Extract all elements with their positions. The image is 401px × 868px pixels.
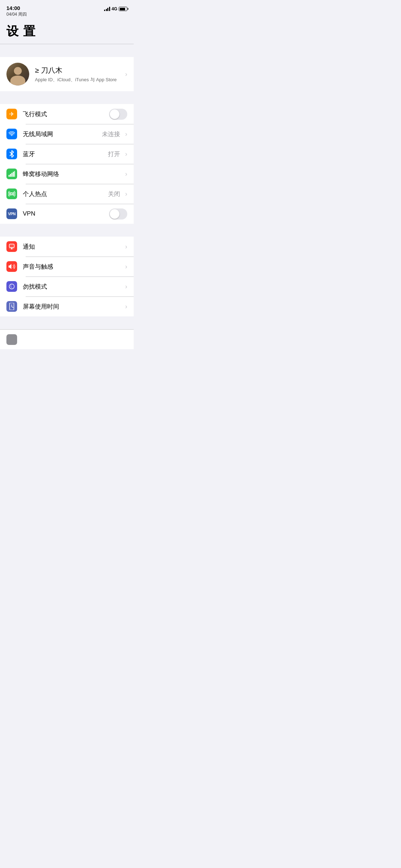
gap-3 <box>0 224 134 237</box>
cellular-icon <box>6 169 17 179</box>
dnd-chevron: › <box>122 283 127 290</box>
cellular-row[interactable]: 蜂窝移动网络 › <box>0 164 134 184</box>
svg-rect-0 <box>9 175 10 177</box>
page-title-area: 设 置 <box>0 20 134 44</box>
gap-4 <box>0 316 134 329</box>
dnd-row[interactable]: 勿扰模式 › <box>0 277 134 296</box>
bluetooth-icon <box>6 149 17 159</box>
wifi-label: 无线局域网 <box>17 130 102 138</box>
wifi-icon <box>6 129 17 139</box>
signal-icon <box>104 7 110 11</box>
status-bar: 14:00 04/04 周四 4G <box>0 0 134 20</box>
status-date: 04/04 周四 <box>6 11 27 17</box>
bluetooth-value: 打开 <box>108 150 122 158</box>
battery-icon <box>119 7 127 11</box>
status-time: 14:00 <box>6 5 27 11</box>
gap-2 <box>0 91 134 104</box>
partial-icon <box>6 334 17 345</box>
notifications-chevron: › <box>122 243 127 250</box>
airplane-toggle[interactable] <box>109 109 127 120</box>
dnd-icon <box>6 281 17 292</box>
svg-rect-3 <box>13 172 14 177</box>
bluetooth-label: 蓝牙 <box>17 150 108 158</box>
avatar <box>6 63 29 86</box>
wifi-chevron: › <box>122 130 127 138</box>
hotspot-chevron: › <box>122 190 127 198</box>
wifi-row[interactable]: 无线局域网 未连接 › <box>0 124 134 144</box>
sounds-chevron: › <box>122 263 127 270</box>
notifications-row[interactable]: 通知 › <box>0 237 134 257</box>
airplane-icon: ✈ <box>6 109 17 119</box>
profile-subtitle: Apple ID、iCloud、iTunes 与 App Store <box>35 77 122 83</box>
screentime-row[interactable]: 屏幕使用时间 › <box>0 296 134 316</box>
hotspot-value: 关闭 <box>108 190 122 198</box>
wifi-value: 未连接 <box>102 130 122 138</box>
screentime-label: 屏幕使用时间 <box>17 303 122 311</box>
bluetooth-row[interactable]: 蓝牙 打开 › <box>0 144 134 164</box>
airplane-label: 飞行模式 <box>17 110 109 118</box>
partial-row[interactable] <box>0 329 134 349</box>
hotspot-label: 个人热点 <box>17 190 108 198</box>
notifications-label: 通知 <box>17 243 122 251</box>
hotspot-row[interactable]: 个人热点 关闭 › <box>0 184 134 204</box>
profile-chevron: › <box>122 71 127 78</box>
vpn-toggle[interactable] <box>109 208 127 219</box>
screentime-icon <box>6 301 17 312</box>
profile-row[interactable]: ≥ 刀八木 Apple ID、iCloud、iTunes 与 App Store… <box>0 57 134 91</box>
svg-rect-9 <box>10 247 13 248</box>
network-type: 4G <box>112 6 117 11</box>
cellular-label: 蜂窝移动网络 <box>17 170 122 178</box>
page-title: 设 置 <box>6 23 127 40</box>
sounds-icon <box>6 261 17 272</box>
sounds-row[interactable]: 声音与触感 › <box>0 257 134 277</box>
notifications-icon <box>6 241 17 252</box>
svg-rect-1 <box>10 174 11 177</box>
notification-section: 通知 › 声音与触感 › 勿扰模式 › <box>0 237 134 316</box>
profile-name: ≥ 刀八木 <box>35 66 122 75</box>
svg-point-8 <box>11 248 12 249</box>
vpn-icon: VPN <box>6 208 17 219</box>
airplane-mode-row[interactable]: ✈ 飞行模式 <box>0 104 134 124</box>
svg-point-5 <box>11 193 13 195</box>
vpn-label: VPN <box>17 210 109 217</box>
network-section: ✈ 飞行模式 无线局域网 未连接 › 蓝牙 打开 › <box>0 104 134 224</box>
bluetooth-chevron: › <box>122 150 127 158</box>
svg-rect-2 <box>11 173 12 177</box>
cellular-chevron: › <box>122 170 127 178</box>
sounds-label: 声音与触感 <box>17 263 122 271</box>
hotspot-icon <box>6 188 17 199</box>
gap-1 <box>0 44 134 57</box>
vpn-row[interactable]: VPN VPN <box>0 204 134 224</box>
status-right-icons: 4G <box>104 5 127 11</box>
dnd-label: 勿扰模式 <box>17 283 122 291</box>
svg-rect-4 <box>14 171 15 177</box>
screentime-chevron: › <box>122 303 127 310</box>
